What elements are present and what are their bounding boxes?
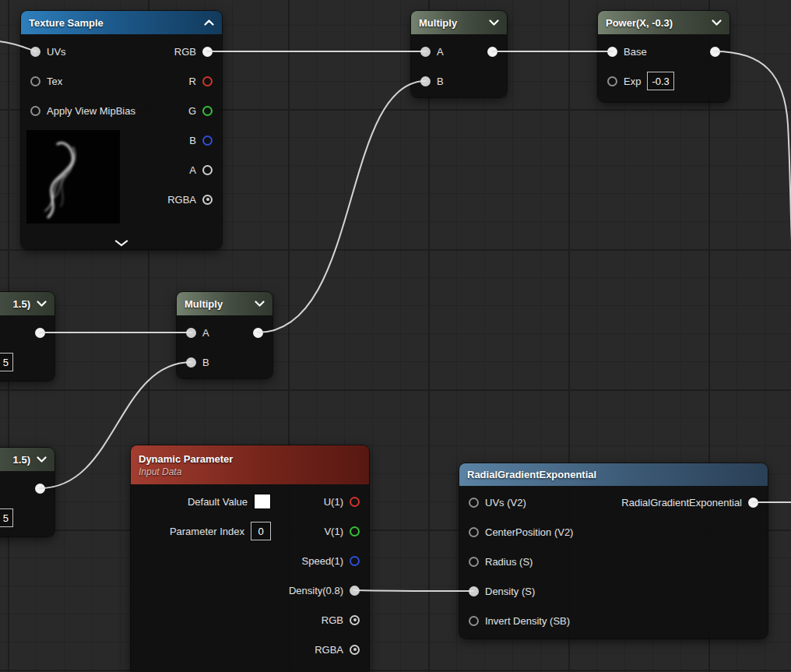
pin-row: Parameter Index 0 V(1)	[131, 516, 369, 546]
pin-output-rgb[interactable]	[202, 47, 213, 57]
pin-label: A	[189, 164, 196, 176]
pin-input-b[interactable]	[420, 76, 431, 86]
pin-input-a[interactable]	[186, 328, 196, 338]
pin-label: RGBA	[315, 644, 343, 656]
pin-output[interactable]	[35, 484, 45, 494]
pin-input-a[interactable]	[420, 47, 431, 57]
node-title: Dynamic Parameter	[139, 453, 233, 465]
pin-label: G	[188, 105, 196, 117]
node-dynamic-parameter[interactable]: Dynamic Parameter Input Data Default Val…	[131, 445, 369, 672]
preview-expander[interactable]	[21, 240, 222, 247]
pin-row: UVs RGB	[21, 37, 222, 66]
pin-output-density[interactable]	[350, 586, 360, 596]
node-header[interactable]: Texture Sample	[21, 11, 222, 34]
node-title: Texture Sample	[29, 17, 104, 29]
pin-input-uvs[interactable]	[469, 498, 479, 508]
pin-label: Radius (S)	[485, 556, 533, 568]
pin-label: A	[202, 327, 209, 339]
pin-output-rgba[interactable]	[202, 195, 213, 205]
node-title: Multiply	[185, 298, 223, 310]
material-graph-canvas[interactable]: Texture Sample UVs RGB Tex	[0, 0, 791, 672]
field-label: Parameter Index	[170, 526, 244, 537]
pin-row: 5	[0, 503, 54, 533]
pin-label: B	[437, 76, 444, 87]
pin-input-tex[interactable]	[30, 76, 40, 86]
pin-output[interactable]	[710, 47, 720, 57]
parameter-index-input[interactable]: 0	[251, 522, 271, 540]
pin-row: Exp -0.3	[598, 66, 729, 96]
wire	[354, 590, 473, 591]
pin-row: A	[177, 318, 272, 347]
pin-label: A	[437, 46, 444, 58]
node-header[interactable]: Multiply	[177, 292, 272, 315]
pin-input-uvs[interactable]	[30, 47, 40, 57]
pin-input-base[interactable]	[607, 47, 617, 57]
node-power-partial-bottom[interactable]: 1.5) 5	[0, 448, 54, 537]
pin-label: Invert Density (SB)	[485, 615, 570, 627]
node-multiply-top[interactable]: Multiply A B	[411, 11, 507, 97]
exp-value-input[interactable]: 5	[0, 353, 13, 371]
pin-input-exp[interactable]	[607, 76, 617, 86]
pin-input-radius[interactable]	[469, 557, 479, 567]
pin-output-g[interactable]	[202, 106, 213, 116]
node-header[interactable]: 1.5)	[0, 448, 54, 471]
pin-output-v[interactable]	[350, 526, 360, 537]
pin-input-mipbias[interactable]	[30, 106, 40, 116]
collapse-down-icon[interactable]	[37, 301, 47, 307]
node-header[interactable]: Dynamic Parameter Input Data	[131, 445, 369, 484]
node-power[interactable]: Power(X, -0.3) Base Exp -0.3	[598, 11, 729, 102]
pin-input-density[interactable]	[469, 586, 479, 596]
node-header[interactable]: RadialGradientExponential	[459, 463, 768, 486]
pin-row: B	[177, 347, 272, 377]
node-header[interactable]: Power(X, -0.3)	[598, 11, 729, 34]
collapse-up-icon[interactable]	[204, 19, 214, 26]
pin-label: RGB	[322, 614, 343, 626]
pin-output[interactable]	[487, 47, 497, 57]
pin-label: Base	[624, 46, 647, 58]
pin-row: Radius (S)	[459, 547, 768, 576]
wire	[258, 81, 426, 332]
pin-label: Density (S)	[485, 586, 535, 597]
collapse-down-icon[interactable]	[489, 19, 499, 26]
default-value-color-swatch[interactable]	[254, 494, 271, 509]
node-radial-gradient-exponential[interactable]: RadialGradientExponential UVs (V2) Radia…	[459, 463, 768, 639]
node-multiply-mid[interactable]: Multiply A B	[177, 292, 272, 378]
node-texture-sample[interactable]: Texture Sample UVs RGB Tex	[21, 11, 222, 249]
pin-label: RGBA	[167, 194, 196, 206]
pin-row: 5	[0, 347, 54, 377]
node-title: 1.5)	[13, 454, 30, 466]
exp-value-input[interactable]: -0.3	[647, 72, 673, 90]
pin-output-u[interactable]	[350, 497, 360, 507]
pin-row: Default Value U(1)	[131, 487, 369, 516]
pin-label: RGB	[174, 46, 196, 58]
pin-row: Apply View MipBias G	[21, 96, 222, 125]
pin-row: RGBA	[131, 635, 369, 664]
pin-input-centerposition[interactable]	[469, 527, 479, 537]
pin-output[interactable]	[35, 328, 45, 338]
collapse-down-icon[interactable]	[712, 19, 722, 26]
pin-output-rgb[interactable]	[350, 615, 360, 625]
collapse-down-icon[interactable]	[255, 301, 265, 307]
pin-label: UVs	[47, 46, 66, 58]
collapse-down-icon[interactable]	[37, 456, 47, 463]
node-header[interactable]: Multiply	[411, 11, 507, 34]
pin-row: Density(0.8)	[131, 575, 369, 605]
expander-chevron-icon[interactable]	[114, 240, 128, 247]
pin-row: B	[411, 66, 507, 96]
exp-value-input[interactable]: 5	[0, 508, 13, 527]
pin-output-r[interactable]	[202, 76, 213, 86]
pin-output-rgba[interactable]	[350, 645, 360, 655]
pin-row: Density (S)	[459, 576, 768, 606]
pin-output-result[interactable]	[748, 498, 758, 508]
node-subtitle: Input Data	[139, 466, 181, 477]
node-power-partial-top[interactable]: 1.5) 5	[0, 292, 54, 381]
pin-input-invert-density[interactable]	[469, 616, 479, 626]
pin-row: Speed(1)	[131, 546, 369, 575]
node-header[interactable]: 1.5)	[0, 292, 54, 315]
pin-row: Tex R	[21, 66, 222, 96]
pin-output-b[interactable]	[202, 135, 213, 146]
pin-output-a[interactable]	[202, 165, 213, 175]
pin-output-speed[interactable]	[350, 556, 360, 566]
pin-output[interactable]	[253, 328, 263, 338]
pin-input-b[interactable]	[186, 357, 196, 368]
